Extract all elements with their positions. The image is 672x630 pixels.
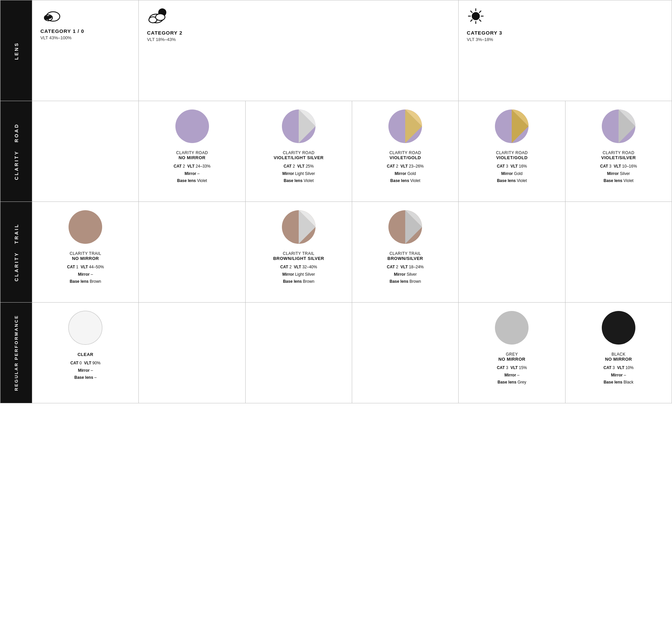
clarity-road-cat3-violet-silver: CLARITY ROAD VIOLET/SILVER CAT 3 VLT 10–… — [565, 101, 672, 202]
lens-violet-gold — [358, 108, 453, 146]
lens-brown-lightsilver — [251, 208, 346, 247]
clarity-road-cat1-empty — [32, 101, 139, 202]
svg-line-16 — [471, 20, 473, 22]
regular-grey: GREY NO MIRROR CAT 3 VLT 15% Mirror – Ba… — [459, 303, 565, 403]
clarity-road-violet-lightsilver: CLARITY ROAD VIOLET/LIGHT SILVER CAT 2 V… — [245, 101, 352, 202]
svg-point-43 — [69, 311, 102, 345]
regular-cat2b-empty — [245, 303, 352, 403]
cr-nm-line1: CLARITY ROAD — [144, 150, 240, 155]
svg-line-14 — [479, 20, 481, 22]
svg-point-7 — [155, 14, 165, 21]
lens-clear — [38, 309, 133, 347]
cat2-title: CATEGORY 2 — [147, 30, 450, 35]
clarity-trail-brown-nomirror: CLARITY TRAIL NO MIRROR CAT 1 VLT 44–50%… — [32, 202, 139, 303]
svg-line-13 — [471, 11, 473, 13]
lens-cat3-violet-gold — [464, 108, 559, 146]
row-label-clarity-road: CLARITY ROAD — [0, 101, 32, 202]
svg-point-8 — [472, 12, 480, 20]
lens-black — [571, 309, 666, 347]
clarity-road-cat3-violet-gold: CLARITY ROAD VIOLET/GOLD CAT 3 VLT 16% M… — [459, 101, 565, 202]
cat3-title: CATEGORY 3 — [467, 30, 664, 35]
regular-cat2a-empty — [139, 303, 245, 403]
cr-nm-cat: CAT 2 VLT 24–33% — [144, 163, 240, 170]
clarity-trail-cat2a-empty — [139, 202, 245, 303]
clarity-trail-brown-lightsilver: CLARITY TRAIL BROWN/LIGHT SILVER CAT 2 V… — [245, 202, 352, 303]
cat1-title: CATEGORY 1 / 0 — [40, 28, 130, 34]
cr-nm-line2: NO MIRROR — [144, 155, 240, 160]
regular-clear: CLEAR CAT 0 VLT 90% Mirror – Base lens – — [32, 303, 139, 403]
clarity-trail-cat3b-empty — [565, 202, 672, 303]
svg-point-45 — [602, 311, 635, 345]
lens-grey — [464, 309, 559, 347]
header-cat2: CATEGORY 2 VLT 18%–43% — [139, 0, 459, 101]
lens-violet-lightsilver — [251, 108, 346, 146]
cat2-vlt: VLT 18%–43% — [147, 37, 450, 42]
svg-line-15 — [479, 11, 481, 13]
clarity-road-violet-gold: CLARITY ROAD VIOLET/GOLD CAT 2 VLT 23–26… — [352, 101, 459, 202]
row-label-regular: REGULAR PERFORMANCE — [0, 303, 32, 403]
cat3-vlt: VLT 3%–18% — [467, 37, 664, 42]
regular-black: BLACK NO MIRROR CAT 3 VLT 10% Mirror – B… — [565, 303, 672, 403]
cloud-small-icon — [40, 7, 130, 25]
regular-cat2c-empty — [352, 303, 459, 403]
cloud-sun-icon — [147, 7, 450, 27]
svg-point-17 — [175, 109, 209, 143]
svg-point-3 — [48, 16, 52, 19]
header-cat3: CATEGORY 3 VLT 3%–18% — [459, 0, 672, 101]
clarity-trail-brown-silver: CLARITY TRAIL BROWN/SILVER CAT 2 VLT 18–… — [352, 202, 459, 303]
cr-nm-base: Base lens Violet — [144, 177, 240, 185]
sun-icon — [467, 7, 664, 27]
header-cat1: CATEGORY 1 / 0 VLT 43%–100% — [32, 0, 139, 101]
svg-point-44 — [495, 311, 529, 345]
svg-point-34 — [69, 210, 102, 244]
lens-cat3-violet-silver — [571, 108, 666, 146]
lens-violet-solid — [144, 108, 240, 146]
clarity-road-no-mirror: CLARITY ROAD NO MIRROR CAT 2 VLT 24–33% … — [139, 101, 245, 202]
clarity-trail-cat3a-empty — [459, 202, 565, 303]
cat1-vlt: VLT 43%–100% — [40, 35, 130, 40]
cr-nm-mirror: Mirror – — [144, 170, 240, 178]
lens-brown-solid — [38, 208, 133, 247]
row-label-lens: LENS — [0, 0, 32, 101]
row-label-clarity-trail: CLARITY TRAIL — [0, 202, 32, 303]
lens-brown-silver — [358, 208, 453, 247]
